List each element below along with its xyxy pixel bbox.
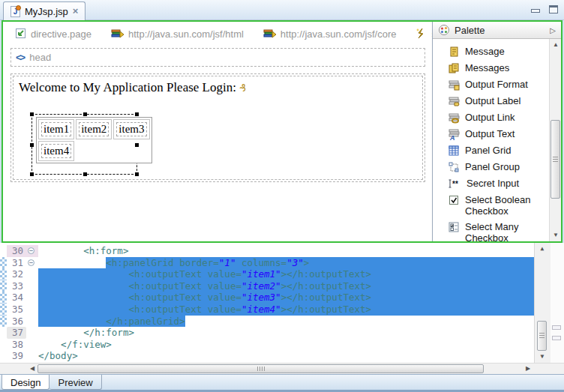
overview-marker[interactable] [552, 336, 561, 340]
palette-item-secret-input[interactable]: ** Secret Input [448, 175, 548, 192]
code-text[interactable]: <h:outputText value="item4"></h:outputTe… [38, 304, 534, 316]
code-text[interactable]: <h:outputText value="item3"></h:outputTe… [38, 292, 534, 304]
palette-item-select-boolean-checkbox[interactable]: Select Boolean Checkbox [448, 192, 548, 219]
selection-highlight [371, 292, 534, 304]
toolbar-item-jsf-core[interactable]: http://java.sun.com/jsf/core [263, 28, 397, 40]
palette-expand-icon[interactable]: ▷ [550, 26, 556, 34]
grid-cell[interactable]: item3 [113, 119, 149, 139]
scrollbar-thumb[interactable] [537, 321, 547, 351]
code-text[interactable]: </f:view> [38, 339, 534, 351]
jsp-file-icon: J [10, 6, 20, 17]
scroll-right-icon[interactable]: ▶ [523, 364, 533, 374]
toolbar-item-jsf-html[interactable]: http://java.sun.com/jsf/html [111, 28, 244, 40]
folding-column: − [26, 245, 38, 257]
selection-handle[interactable] [135, 112, 139, 116]
toolbar-item-scriptlet[interactable]: scriptlet [416, 28, 432, 40]
form-element[interactable]: Welcome to My Application Please Login: … [13, 76, 423, 180]
source-vertical-scrollbar[interactable]: ▲ ▼ [534, 243, 550, 363]
source-horizontal-scrollbar[interactable]: ◀ ▶ [0, 363, 564, 374]
code-text[interactable]: </h:panelGrid> [38, 316, 534, 328]
palette-item-output-text[interactable]: A Output Text [448, 126, 548, 142]
code-lines[interactable]: 30− <h:form>31− <h:panelGrid border="1" … [0, 243, 534, 363]
scrollbar-thumb[interactable] [38, 364, 484, 373]
code-text[interactable]: </h:form> [38, 327, 534, 339]
fview-element[interactable]: Welcome to My Application Please Login: … [10, 73, 425, 182]
editor-tab-myjsp[interactable]: J MyJsp.jsp × [3, 1, 86, 20]
collapse-icon[interactable]: − [28, 247, 34, 254]
panel-grid-selection[interactable]: item1 item2 item3 item4 [32, 114, 137, 175]
scrollbar-thumb[interactable] [550, 120, 560, 199]
code-line[interactable]: 30− <h:form> [0, 245, 534, 257]
output-text-item1[interactable]: item1 [41, 122, 71, 136]
palette-scrollbar[interactable]: ▲ ▼ [549, 39, 561, 241]
code-line[interactable]: 36 </h:panelGrid> [0, 316, 534, 328]
toolbar-item-directive-page[interactable]: directive.page [15, 28, 92, 40]
quickdiff-marker [0, 268, 7, 280]
grid-cell[interactable]: item2 [76, 119, 112, 139]
selection-handle[interactable] [135, 172, 139, 176]
code-line[interactable]: 38 </f:view> [0, 339, 534, 351]
grid-cell[interactable]: item4 [38, 141, 74, 161]
code-line[interactable]: 34 <h:outputText value="item3"></h:outpu… [0, 292, 534, 304]
messages-icon [448, 62, 460, 74]
editor-tab-title: MyJsp.jsp [25, 6, 68, 17]
code-line[interactable]: 35 <h:outputText value="item4"></h:outpu… [0, 304, 534, 316]
palette-item-output-format[interactable]: Output Format [448, 76, 548, 93]
tab-design[interactable]: Design [2, 375, 50, 390]
source-editor[interactable]: 30− <h:form>31− <h:panelGrid border="1" … [0, 243, 564, 363]
palette-header[interactable]: Palette ▷ [433, 22, 561, 39]
page-directive-icon [15, 28, 27, 40]
palette-item-output-label[interactable]: Output Label [448, 93, 548, 109]
code-text[interactable]: <h:panelGrid border="1" columns="3"> [38, 257, 534, 269]
minimize-view-icon[interactable] [531, 9, 540, 13]
selection-handle[interactable] [83, 172, 87, 176]
code-line[interactable]: 33 <h:outputText value="item2"></h:outpu… [0, 280, 534, 292]
code-line[interactable]: 39</body> [0, 350, 534, 362]
tab-close-icon[interactable]: × [73, 7, 79, 16]
line-number: 32 [7, 268, 26, 280]
code-line[interactable]: 32 <h:outputText value="item1"></h:outpu… [0, 268, 534, 280]
overview-marker[interactable] [552, 325, 561, 330]
panel-grid-table[interactable]: item1 item2 item3 item4 [36, 117, 152, 163]
tab-preview[interactable]: Preview [50, 375, 101, 390]
palette-item-select-many-checkbox[interactable]: Select Many Checkbox [448, 219, 548, 241]
collapse-icon[interactable]: − [28, 259, 34, 266]
grid-cell[interactable]: item1 [38, 119, 74, 139]
palette-title: Palette [454, 25, 484, 36]
design-editor-frame: directive.page http://java.sun.com/jsf/h… [2, 20, 562, 243]
palette-item-output-link[interactable]: Output Link [448, 109, 548, 126]
palette-item-messages[interactable]: Messages [448, 60, 548, 76]
output-text-item2[interactable]: item2 [79, 122, 109, 136]
folding-column [26, 280, 38, 292]
scroll-left-icon[interactable]: ◀ [27, 364, 38, 374]
scroll-down-icon[interactable]: ▼ [537, 352, 548, 362]
selection-handle[interactable] [30, 112, 34, 116]
selection-handle[interactable] [30, 172, 34, 176]
head-element[interactable]: <> head [10, 48, 425, 67]
palette-item-panel-group[interactable]: Panel Group [448, 159, 548, 175]
selection-handle[interactable] [83, 112, 87, 116]
code-text[interactable]: <h:outputText value="item2"></h:outputTe… [38, 280, 534, 292]
code-line[interactable]: 31− <h:panelGrid border="1" columns="3"> [0, 257, 534, 269]
code-line[interactable]: 37 </h:form> [0, 327, 534, 339]
scroll-up-icon[interactable]: ▲ [550, 40, 561, 50]
code-text[interactable]: <h:outputText value="item1"></h:outputTe… [38, 268, 534, 280]
taglib-icon [263, 28, 277, 40]
code-text[interactable]: </body> [38, 350, 534, 362]
output-text-item3[interactable]: item3 [116, 122, 146, 136]
palette-item-panel-grid[interactable]: Panel Grid [448, 142, 548, 159]
svg-text:A: A [449, 134, 455, 140]
overview-ruler[interactable] [550, 243, 564, 363]
scroll-down-icon[interactable]: ▼ [550, 230, 561, 241]
selection-handle[interactable] [30, 143, 34, 147]
output-text-item4[interactable]: item4 [41, 144, 71, 158]
palette-icon [438, 24, 450, 36]
line-number: 34 [7, 292, 26, 304]
maximize-view-icon[interactable] [549, 5, 558, 13]
line-number: 38 [7, 339, 26, 351]
palette-item-message[interactable]: Message [448, 43, 548, 60]
scroll-up-icon[interactable]: ▲ [537, 244, 548, 254]
selection-handle[interactable] [135, 143, 139, 147]
design-canvas[interactable]: directive.page http://java.sun.com/jsf/h… [3, 22, 432, 241]
code-text[interactable]: <h:form> [38, 245, 534, 257]
